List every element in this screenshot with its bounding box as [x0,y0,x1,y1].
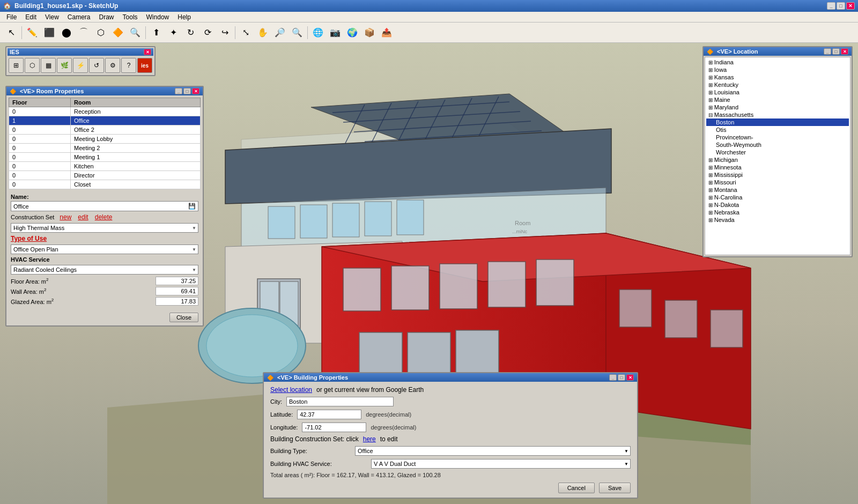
ies-help-btn[interactable]: ? [121,58,136,73]
city-provincetown[interactable]: Provincetown- [706,134,849,141]
building-type-select[interactable]: Office [355,446,631,456]
location-tree[interactable]: Indiana Iowa Kansas Kentucky Louisiana M… [705,57,850,255]
export-tool[interactable]: 📤 [379,25,395,41]
table-row[interactable]: 0 Director [9,171,201,180]
state-missouri[interactable]: Missouri [706,179,849,186]
ies-leaf-btn[interactable]: 🌿 [57,58,72,73]
latitude-input[interactable] [297,410,361,419]
pencil-tool[interactable]: ✏️ [24,25,40,41]
location-minimize[interactable]: _ [824,48,831,55]
zoom-fit-tool[interactable]: 🔍 [289,25,305,41]
location-maximize[interactable]: □ [832,48,840,55]
menu-tools[interactable]: Tools [119,12,142,22]
menu-draw[interactable]: Draw [95,12,119,22]
offset-tool[interactable]: ⤡ [238,25,254,41]
maximize-button[interactable]: □ [837,2,845,10]
city-input[interactable] [286,397,394,406]
state-n-carolina[interactable]: N-Carolina [706,194,849,201]
menu-camera[interactable]: Camera [63,12,95,22]
building-hvac-select[interactable]: V A V Dual Duct [371,459,631,469]
table-row[interactable]: 0 Kitchen [9,162,201,171]
state-nebraska[interactable]: Nebraska [706,209,849,216]
building-props-maximize[interactable]: □ [618,374,625,381]
ies-cube-btn[interactable]: ⬡ [25,58,40,73]
table-row[interactable]: 0 Meeting 1 [9,153,201,162]
ies-settings-btn[interactable]: ⚙ [105,58,120,73]
arc-tool[interactable]: ⌒ [76,25,92,41]
state-montana[interactable]: Montana [706,186,849,194]
building-cancel-button[interactable]: Cancel [558,483,595,493]
menu-help[interactable]: Help [173,12,195,22]
type-of-use-select[interactable]: Office Open Plan [11,244,198,254]
ies-refresh-btn[interactable]: ↺ [89,58,104,73]
room-props-close[interactable]: ✕ [192,88,199,94]
building-props-minimize[interactable]: _ [609,374,617,381]
eraser-tool[interactable]: 🔶 [110,25,126,41]
room-props-minimize[interactable]: _ [175,88,182,94]
state-kansas[interactable]: Kansas [706,73,849,81]
orbit-tool[interactable]: ✋ [255,25,271,41]
state-massachusetts[interactable]: Massachusetts [706,111,849,118]
type-of-use-link[interactable]: Type of Use [11,235,47,242]
ies-table-btn[interactable]: ▦ [41,58,56,73]
name-input[interactable]: Office 💾 [11,201,198,211]
state-kentucky[interactable]: Kentucky [706,81,849,88]
table-row[interactable]: 0 Office 2 [9,125,201,135]
table-row[interactable]: 0 Reception [9,107,201,116]
building-save-button[interactable]: Save [599,483,631,493]
minimize-button[interactable]: _ [827,2,835,10]
state-indiana[interactable]: Indiana [706,58,849,66]
table-row[interactable]: 0 Meeting 2 [9,144,201,153]
construction-new-link[interactable]: new [60,213,71,221]
city-otis[interactable]: Otis [706,126,849,134]
rotate-tool[interactable]: ↻ [182,25,198,41]
state-nevada[interactable]: Nevada [706,216,849,224]
room-props-maximize[interactable]: □ [183,88,191,94]
scale-tool[interactable]: ⟳ [199,25,216,41]
menu-view[interactable]: View [41,12,63,22]
building-props-close[interactable]: ✕ [626,374,634,381]
rectangle-tool[interactable]: ⬛ [41,25,57,41]
state-n-dakota[interactable]: N-Dakota [706,201,849,209]
menu-edit[interactable]: Edit [21,12,41,22]
longitude-input[interactable] [302,423,366,432]
circle-tool[interactable]: ⬤ [58,25,75,41]
state-iowa[interactable]: Iowa [706,66,849,73]
room-close-button[interactable]: Close [169,313,198,322]
state-mississippi[interactable]: Mississippi [706,171,849,179]
model-tool[interactable]: 📦 [361,25,378,41]
table-row[interactable]: 1 Office [9,116,201,125]
hvac-select[interactable]: Radiant Cooled Ceilings [11,265,198,275]
state-maine[interactable]: Maine [706,96,849,103]
ies-close-button[interactable]: ✕ [144,49,151,55]
push-pull-tool[interactable]: ⬆ [148,25,164,41]
state-minnesota[interactable]: Minnesota [706,164,849,171]
state-louisiana[interactable]: Louisiana [706,88,849,96]
polygon-tool[interactable]: ⬡ [93,25,109,41]
ies-lightning-btn[interactable]: ⚡ [73,58,88,73]
select-tool[interactable]: ↖ [3,25,19,41]
state-maryland[interactable]: Maryland [706,103,849,111]
construction-edit-link[interactable]: edit [78,213,88,221]
construction-delete-link[interactable]: delete [95,213,113,221]
menu-file[interactable]: File [2,12,21,22]
city-boston[interactable]: Boston [706,118,849,126]
building-construction-link[interactable]: here [363,435,376,443]
camera2-tool[interactable]: 📷 [327,25,343,41]
location-close[interactable]: ✕ [841,48,848,55]
move-tool[interactable]: ✦ [165,25,181,41]
geo-tool[interactable]: 🌐 [310,25,326,41]
close-button[interactable]: ✕ [846,2,855,10]
ies-logo-btn[interactable]: ies [137,58,152,73]
zoom-in-tool[interactable]: 🔎 [272,25,288,41]
city-worchester[interactable]: Worchester [706,149,849,156]
city-south-weymouth[interactable]: South-Weymouth [706,141,849,149]
render-tool[interactable]: 🌍 [344,25,360,41]
ies-grid-btn[interactable]: ⊞ [9,58,24,73]
paint-tool[interactable]: 🔍 [127,25,143,41]
menu-window[interactable]: Window [142,12,174,22]
construction-select[interactable]: High Thermal Mass [11,223,198,233]
select-location-link[interactable]: Select location [270,386,312,394]
table-row[interactable]: 0 Closet [9,180,201,189]
save-icon[interactable]: 💾 [188,203,196,210]
